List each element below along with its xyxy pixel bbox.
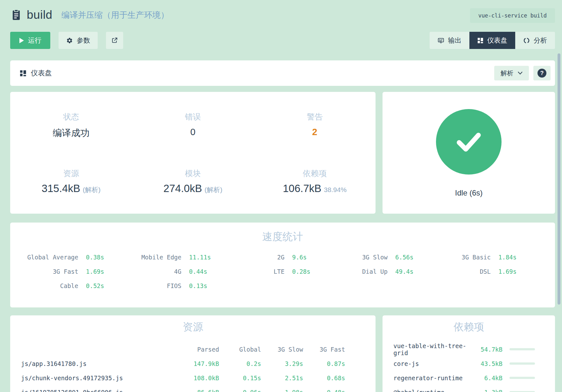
stat-value-suffix: (解析) xyxy=(205,186,222,193)
speed-stat-value: 0.52s xyxy=(86,282,113,289)
speed-stat-value: 1.84s xyxy=(498,254,526,261)
stat-label: 警告 xyxy=(254,112,376,122)
stat-value: 2 xyxy=(254,127,376,137)
speed-stat: DSL1.69s xyxy=(437,268,540,275)
dashboard-bar: 仪表盘 解析 ? xyxy=(10,60,555,86)
stat-value-suffix: (解析) xyxy=(83,186,101,193)
task-content: 仪表盘 解析 ? 状态 编译成功 错误 xyxy=(0,60,562,392)
size-mode-dropdown[interactable]: 解析 xyxy=(494,66,529,80)
tab-analyzer[interactable]: 分析 xyxy=(515,32,555,49)
size-mode-dropdown-value: 解析 xyxy=(501,69,513,78)
speed-stat: 2G9.6s xyxy=(231,254,334,261)
speed-stat: FIOS0.13s xyxy=(128,282,231,289)
page-subtitle: 编译并压缩（用于生产环境） xyxy=(61,10,169,21)
speed-stat-label: 2G xyxy=(277,254,285,261)
asset-row-3g-fast: 0.87s xyxy=(303,356,345,371)
asset-row-name: js/chunk-vendors.49172935.js xyxy=(21,371,177,385)
assets-column-header: Global xyxy=(219,342,261,356)
dependency-row: regenerator-runtime 6.4kB xyxy=(393,371,535,385)
dependencies-list: vue-table-with-tree-grid 54.7kB core-js … xyxy=(383,342,555,392)
speed-stat-label: Mobile Edge xyxy=(141,254,181,261)
stat-label: 模块 xyxy=(132,168,254,179)
assets-title: 资源 xyxy=(10,320,376,333)
speed-stat: Mobile Edge11.11s xyxy=(128,254,231,261)
help-button[interactable]: ? xyxy=(533,66,551,80)
speed-stat-label: Global Average xyxy=(27,254,78,261)
tab-dashboard-label: 仪表盘 xyxy=(487,36,507,45)
assets-column-header: Parsed xyxy=(177,342,219,356)
chevron-down-icon xyxy=(518,72,523,75)
speed-stat-value: 0.13s xyxy=(189,282,216,289)
asset-row-global: 0.06s xyxy=(219,385,261,392)
details-row: 资源 Parsed Global 3G Slow 3G Fast js/app.… xyxy=(10,315,555,392)
assets-card: 资源 Parsed Global 3G Slow 3G Fast js/app.… xyxy=(10,315,376,392)
question-mark-icon: ? xyxy=(537,69,546,78)
task-header: build 编译并压缩（用于生产环境） vue-cli-service buil… xyxy=(0,0,562,49)
dependencies-title: 依赖项 xyxy=(383,320,555,333)
asset-row-global: 0.2s xyxy=(219,356,261,371)
dependency-name: core-js xyxy=(393,360,471,367)
check-icon xyxy=(451,124,487,160)
speed-stat: Dial Up49.4s xyxy=(334,268,437,275)
stat-value-number: 274.0kB xyxy=(164,182,202,194)
stat-value: 106.7kB38.94% xyxy=(254,182,376,195)
dependency-row: core-js 43.5kB xyxy=(393,356,535,371)
speed-stat: 4G0.44s xyxy=(128,268,231,275)
stat-value-number: 315.4kB xyxy=(42,182,80,194)
asset-row-parsed: 108.0kB xyxy=(177,371,219,385)
speed-stats-card: 速度统计 Global Average0.38s Mobile Edge11.1… xyxy=(10,223,555,307)
asset-row-name: js/1619705126891.0bc66906.js xyxy=(21,385,177,392)
asset-row-3g-fast: 0.68s xyxy=(303,371,345,385)
speed-stat-label: 3G Fast xyxy=(53,268,78,275)
analyzer-icon xyxy=(523,37,530,44)
asset-row-global: 0.15s xyxy=(219,371,261,385)
stat-modules: 模块 274.0kB(解析) xyxy=(132,168,254,195)
build-stats-card: 状态 编译成功 错误 0 警告 2 资源 315.4kB(解析) xyxy=(10,92,376,214)
speed-stat-value: 1.69s xyxy=(498,268,526,275)
speed-stat-value: 0.38s xyxy=(86,254,113,261)
stat-value: 274.0kB(解析) xyxy=(132,182,254,195)
dependency-name: regenerator-runtime xyxy=(393,375,471,382)
dependency-name: @babel/runtime xyxy=(393,389,471,392)
speed-stat-value: 0.28s xyxy=(292,268,320,275)
vertical-scrollbar-thumb[interactable] xyxy=(558,53,560,305)
assets-column-header: 3G Slow xyxy=(261,342,303,356)
dependency-name: vue-table-with-tree-grid xyxy=(393,342,471,356)
dependency-size-bar xyxy=(509,362,535,365)
open-external-button[interactable] xyxy=(106,32,123,49)
tab-dashboard[interactable]: 仪表盘 xyxy=(469,32,515,49)
parameters-button[interactable]: 参数 xyxy=(59,32,98,49)
speed-stat-label: DSL xyxy=(480,268,491,275)
speed-stat-label: LTE xyxy=(274,268,285,275)
dependency-size: 6.4kB xyxy=(471,375,502,382)
speed-stat-label: FIOS xyxy=(167,282,181,289)
asset-row-name: js/app.31641780.js xyxy=(21,356,177,371)
stat-warnings: 警告 2 xyxy=(254,112,376,140)
speed-stat-value: 49.4s xyxy=(395,268,423,275)
speed-stat-value: 9.6s xyxy=(292,254,320,261)
speed-stats-title: 速度统计 xyxy=(25,230,540,243)
stat-value: 315.4kB(解析) xyxy=(10,182,132,195)
parameters-button-label: 参数 xyxy=(77,36,90,45)
gear-icon xyxy=(66,37,73,44)
stats-row: 状态 编译成功 错误 0 警告 2 资源 315.4kB(解析) xyxy=(10,92,555,214)
speed-stat: LTE0.28s xyxy=(231,268,334,275)
dependency-size: 54.7kB xyxy=(471,346,502,353)
speed-stat: Cable0.52s xyxy=(25,282,128,289)
speed-stat-label: 4G xyxy=(174,268,181,275)
dependency-size-bar xyxy=(509,377,535,379)
speed-stat-label: 3G Slow xyxy=(362,254,388,261)
stat-value-suffix: 38.94% xyxy=(324,186,347,193)
speed-stat-label: Cable xyxy=(60,282,78,289)
tab-output[interactable]: 输出 xyxy=(430,32,469,49)
stat-label: 资源 xyxy=(10,168,132,179)
stat-dependencies: 依赖项 106.7kB38.94% xyxy=(254,168,376,195)
dashboard-icon xyxy=(20,70,26,77)
dependency-size-bar xyxy=(509,348,535,350)
run-button[interactable]: 运行 xyxy=(10,32,50,49)
speed-stat: Global Average0.38s xyxy=(25,254,128,261)
speed-stat-label: Dial Up xyxy=(362,268,388,275)
dashboard-icon xyxy=(477,38,483,44)
speed-stat-label: 3G Basic xyxy=(461,254,491,261)
vue-ui-task-page: build 编译并压缩（用于生产环境） vue-cli-service buil… xyxy=(0,0,562,392)
